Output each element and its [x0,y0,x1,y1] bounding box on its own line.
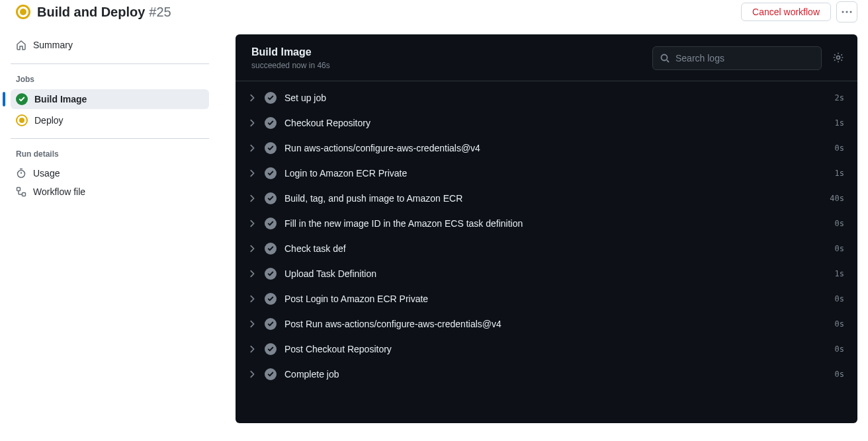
step-duration: 0s [835,370,844,379]
chevron-right-icon [247,194,257,203]
step-duration: 40s [830,194,844,203]
step-name: Set up job [284,93,827,103]
step-name: Post Run aws-actions/configure-aws-crede… [284,319,827,329]
log-search-input[interactable] [675,53,814,63]
step-success-icon [265,293,277,305]
success-status-icon [16,93,28,105]
step-duration: 1s [835,169,844,178]
step-duration: 1s [835,118,844,128]
chevron-right-icon [247,344,257,354]
step-row[interactable]: Set up job 2s [236,85,857,110]
step-name: Login to Amazon ECR Private [284,168,827,179]
job-title-block: Build Image succeeded now in 46s [251,46,330,70]
step-success-icon [265,343,277,355]
sidebar-usage-label: Usage [33,168,60,179]
chevron-right-icon [247,118,257,128]
kebab-menu-button[interactable] [836,1,857,22]
step-name: Post Checkout Repository [284,344,827,354]
step-success-icon [265,268,277,280]
sidebar-jobs-heading: Jobs [11,72,209,87]
sidebar-workflow-file-link[interactable]: Workflow file [11,182,209,201]
sidebar-divider [11,138,209,139]
job-log-panel: Build Image succeeded now in 46s Set up … [236,34,857,423]
workflow-icon [16,186,26,197]
sidebar-rundetails-heading: Run details [11,147,209,161]
sidebar-usage-link[interactable]: Usage [11,164,209,182]
step-success-icon [265,243,277,255]
job-log-header: Build Image succeeded now in 46s [236,34,857,81]
step-success-icon [265,218,277,229]
chevron-right-icon [247,370,257,379]
chevron-right-icon [247,169,257,178]
svg-point-0 [842,11,844,13]
step-name: Check task def [284,243,827,254]
step-duration: 0s [835,294,844,303]
step-name: Run aws-actions/configure-aws-credential… [284,143,827,153]
search-icon [660,53,670,63]
chevron-right-icon [247,294,257,303]
cancel-workflow-button[interactable]: Cancel workflow [741,3,831,21]
step-row[interactable]: Build, tag, and push image to Amazon ECR… [236,186,857,211]
step-row[interactable]: Upload Task Definition 1s [236,261,857,286]
step-success-icon [265,92,277,104]
svg-point-6 [662,55,668,61]
sidebar-summary-link[interactable]: Summary [11,34,209,56]
header-actions: Cancel workflow [741,1,857,22]
step-row[interactable]: Fill in the new image ID in the Amazon E… [236,211,857,236]
step-success-icon [265,368,277,380]
step-row[interactable]: Complete job 0s [236,362,857,387]
gear-icon [832,52,844,63]
chevron-right-icon [247,143,257,153]
job-header-actions [652,46,847,70]
home-icon [16,40,26,50]
svg-rect-5 [22,193,26,196]
chevron-right-icon [247,244,257,253]
step-success-icon [265,117,277,129]
step-row[interactable]: Checkout Repository 1s [236,110,857,136]
chevron-right-icon [247,219,257,228]
step-name: Complete job [284,369,827,380]
stopwatch-icon [16,168,26,179]
job-title: Build Image [251,46,330,58]
run-number: #25 [149,5,171,20]
kebab-horizontal-icon [842,7,852,17]
step-row[interactable]: Login to Amazon ECR Private 1s [236,161,857,186]
step-row[interactable]: Check task def 0s [236,236,857,261]
step-duration: 0s [835,219,844,228]
step-duration: 0s [835,244,844,253]
step-duration: 0s [835,319,844,329]
chevron-right-icon [247,269,257,278]
step-duration: 1s [835,269,844,278]
step-row[interactable]: Post Login to Amazon ECR Private 0s [236,286,857,311]
chevron-right-icon [247,319,257,329]
log-settings-button[interactable] [830,49,847,68]
workflow-name: Build and Deploy [37,5,145,20]
sidebar-job-deploy[interactable]: Deploy [11,110,209,130]
step-name: Checkout Repository [284,118,827,128]
sidebar-workflow-file-label: Workflow file [33,186,85,197]
svg-rect-4 [17,188,21,191]
job-status-line: succeeded now in 46s [251,61,330,70]
step-name: Upload Task Definition [284,268,827,279]
step-success-icon [265,142,277,154]
step-success-icon [265,318,277,330]
sidebar-job-build-image[interactable]: Build Image [11,89,209,109]
step-name: Fill in the new image ID in the Amazon E… [284,218,827,229]
step-duration: 0s [835,143,844,153]
header-left: Build and Deploy #25 [16,5,171,20]
step-duration: 2s [835,93,844,102]
step-duration: 0s [835,344,844,354]
steps-list: Set up job 2s Checkout Repository 1s Run… [236,81,857,395]
svg-point-1 [846,11,848,13]
sidebar-job-label: Deploy [34,115,64,126]
step-row[interactable]: Run aws-actions/configure-aws-credential… [236,136,857,161]
step-success-icon [265,192,277,204]
sidebar-divider [11,63,209,64]
workflow-title: Build and Deploy #25 [37,5,171,20]
sidebar-job-label: Build Image [34,94,87,104]
step-row[interactable]: Post Run aws-actions/configure-aws-crede… [236,311,857,337]
step-row[interactable]: Post Checkout Repository 0s [236,337,857,362]
sidebar-summary-label: Summary [33,40,73,50]
log-search-box[interactable] [652,46,822,70]
workflow-run-header: Build and Deploy #25 Cancel workflow [0,0,868,34]
